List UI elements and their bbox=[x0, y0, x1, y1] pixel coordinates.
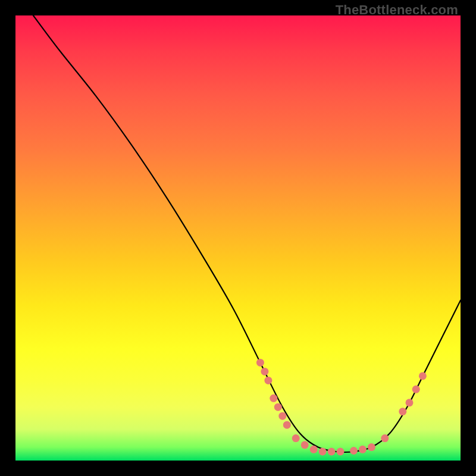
bottleneck-curve bbox=[33, 15, 461, 452]
data-marker bbox=[278, 412, 286, 420]
data-marker bbox=[350, 447, 358, 455]
data-marker bbox=[337, 448, 345, 456]
data-marker bbox=[359, 446, 367, 453]
data-marker bbox=[328, 448, 336, 456]
data-marker bbox=[412, 386, 420, 393]
data-marker bbox=[256, 359, 264, 367]
data-marker bbox=[270, 394, 277, 402]
chart-container: TheBottleneck.com bbox=[0, 0, 476, 476]
data-marker bbox=[301, 441, 309, 449]
data-markers bbox=[256, 359, 427, 456]
plot-area bbox=[15, 15, 461, 461]
data-marker bbox=[319, 448, 327, 456]
data-marker bbox=[368, 443, 375, 451]
data-marker bbox=[261, 368, 268, 375]
data-marker bbox=[419, 372, 427, 380]
data-marker bbox=[283, 421, 291, 429]
data-marker bbox=[274, 403, 282, 411]
data-marker bbox=[381, 434, 389, 442]
chart-svg bbox=[15, 15, 461, 461]
data-marker bbox=[264, 377, 272, 384]
data-marker bbox=[292, 434, 300, 442]
data-marker bbox=[406, 399, 414, 406]
data-marker bbox=[399, 408, 406, 415]
watermark-text: TheBottleneck.com bbox=[336, 2, 458, 18]
data-marker bbox=[310, 446, 318, 453]
